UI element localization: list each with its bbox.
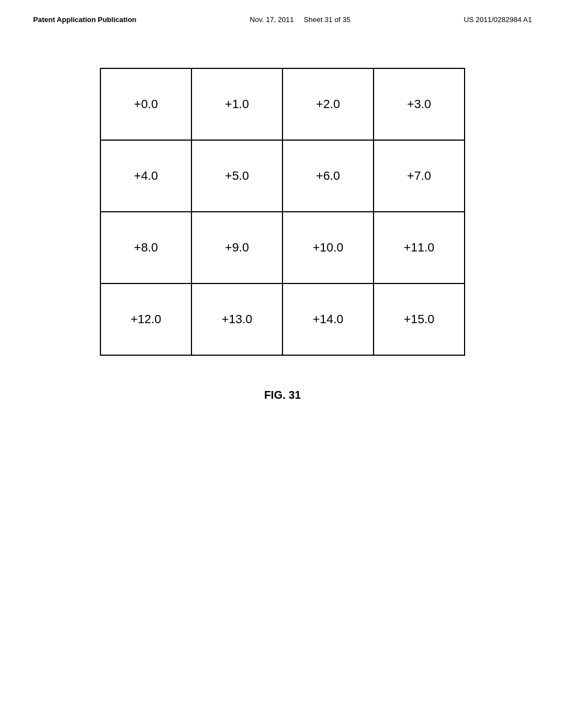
header-patent-number: US 2011/0282984 A1	[463, 15, 532, 24]
figure-label: FIG. 31	[264, 389, 301, 402]
header-date-sheet: Nov. 17, 2011 Sheet 31 of 35	[250, 15, 351, 24]
grid-cell: +15.0	[374, 284, 465, 356]
grid-cell: +1.0	[192, 69, 283, 141]
value-grid: +0.0+1.0+2.0+3.0+4.0+5.0+6.0+7.0+8.0+9.0…	[100, 68, 465, 356]
header-publication-label: Patent Application Publication	[33, 15, 136, 24]
grid-cell: +12.0	[101, 284, 192, 356]
grid-cell: +10.0	[283, 212, 374, 284]
grid-cell: +14.0	[283, 284, 374, 356]
grid-cell: +4.0	[101, 141, 192, 212]
main-content: +0.0+1.0+2.0+3.0+4.0+5.0+6.0+7.0+8.0+9.0…	[0, 24, 565, 402]
grid-cell: +0.0	[101, 69, 192, 141]
header-date: Nov. 17, 2011	[250, 15, 294, 24]
grid-cell: +3.0	[374, 69, 465, 141]
grid-cell: +13.0	[192, 284, 283, 356]
grid-cell: +6.0	[283, 141, 374, 212]
grid-cell: +5.0	[192, 141, 283, 212]
header-sheet: Sheet 31 of 35	[304, 15, 351, 24]
grid-cell: +8.0	[101, 212, 192, 284]
grid-cell: +11.0	[374, 212, 465, 284]
grid-cell: +2.0	[283, 69, 374, 141]
grid-cell: +9.0	[192, 212, 283, 284]
page-header: Patent Application Publication Nov. 17, …	[0, 0, 565, 24]
grid-cell: +7.0	[374, 141, 465, 212]
